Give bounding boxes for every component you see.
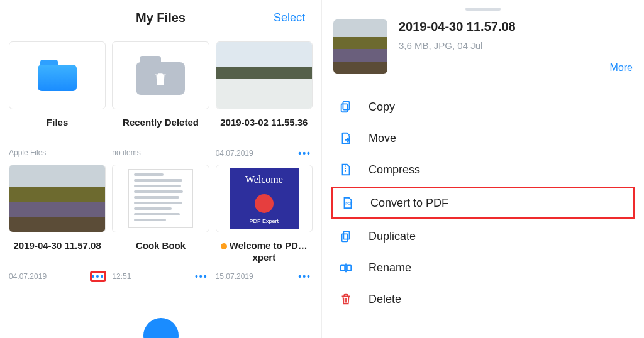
more-button[interactable]: More <box>610 40 633 74</box>
tile-subtitle: no items <box>112 148 140 157</box>
rename-icon <box>337 260 355 275</box>
action-label: Delete <box>369 293 401 306</box>
more-dots-icon[interactable]: ••• <box>297 271 313 281</box>
action-label: Compress <box>369 163 420 177</box>
detail-thumb <box>333 19 387 74</box>
action-label: Rename <box>369 261 411 275</box>
svg-rect-5 <box>341 265 345 270</box>
action-compress[interactable]: Compress <box>333 154 633 185</box>
action-copy[interactable]: Copy <box>333 91 633 123</box>
svg-rect-3 <box>343 232 349 239</box>
add-button[interactable] <box>143 318 179 338</box>
action-label: Convert to PDF <box>370 197 448 210</box>
pdf-icon: PDF <box>339 195 357 210</box>
folder-icon <box>9 41 106 109</box>
detail-title: 2019-04-30 11.57.08 <box>399 19 610 34</box>
svg-text:PDF: PDF <box>345 202 353 205</box>
svg-rect-1 <box>341 104 348 112</box>
tile-label: 2019-04-30 11.57.08 <box>9 240 106 264</box>
delete-icon <box>337 292 355 307</box>
tile-label: Welcome to PD…xpert <box>216 240 313 264</box>
tile-recently-deleted[interactable]: Recently Deleted no items <box>112 41 209 158</box>
tile-subtitle: 12:51 <box>112 272 131 281</box>
more-dots-icon[interactable]: ••• <box>297 148 313 158</box>
tile-subtitle: 04.07.2019 <box>9 272 47 281</box>
detail-header: 2019-04-30 11.57.08 3,6 MB, JPG, 04 Jul … <box>333 19 633 74</box>
tile-photo-2[interactable]: 2019-04-30 11.57.08 04.07.2019 ••• <box>9 165 106 281</box>
copy-icon <box>337 99 355 114</box>
more-dots-icon[interactable]: ••• <box>91 271 106 281</box>
tile-label: 2019-03-02 11.55.36 <box>216 117 313 141</box>
tile-photo-1[interactable]: 2019-03-02 11.55.36 04.07.2019 ••• <box>216 41 313 158</box>
trash-folder-icon <box>112 41 209 109</box>
svg-rect-6 <box>347 265 351 270</box>
action-delete[interactable]: Delete <box>333 283 633 315</box>
tile-files[interactable]: Files Apple Files <box>9 41 106 158</box>
duplicate-icon <box>337 229 355 244</box>
svg-rect-0 <box>343 102 349 110</box>
more-dots-icon[interactable]: ••• <box>194 271 209 281</box>
document-thumb <box>112 165 209 232</box>
file-grid: Files Apple Files Recently Deleted no it… <box>6 35 315 281</box>
tile-welcome-pdf[interactable]: Welcome PDF Expert Welcome to PD…xpert 1… <box>216 165 313 281</box>
tile-subtitle: 15.07.2019 <box>216 272 253 281</box>
tile-label: Files <box>9 117 106 141</box>
pdf-thumb: Welcome PDF Expert <box>216 165 313 232</box>
unread-dot-icon <box>221 243 227 249</box>
tile-label: Recently Deleted <box>112 117 209 141</box>
photo-thumb <box>216 41 313 109</box>
move-icon <box>337 131 355 146</box>
compress-icon <box>337 162 355 177</box>
detail-meta: 3,6 MB, JPG, 04 Jul <box>399 40 610 51</box>
tile-label: Cook Book <box>112 240 209 264</box>
action-rename[interactable]: Rename <box>333 252 633 283</box>
action-move[interactable]: Move <box>333 123 633 154</box>
page-title: My Files <box>136 11 186 25</box>
action-label: Copy <box>369 101 395 114</box>
action-label: Move <box>369 132 396 145</box>
sheet-drag-handle[interactable] <box>465 8 501 11</box>
tile-subtitle: Apple Files <box>9 148 46 157</box>
photo-thumb <box>9 165 106 232</box>
left-header: My Files Select <box>6 0 315 35</box>
action-label: Duplicate <box>369 230 416 243</box>
svg-rect-4 <box>342 234 348 241</box>
action-duplicate[interactable]: Duplicate <box>333 221 633 252</box>
action-convert-pdf[interactable]: PDF Convert to PDF <box>331 187 635 219</box>
tile-subtitle: 04.07.2019 <box>216 149 253 158</box>
tile-cook-book[interactable]: Cook Book 12:51 ••• <box>112 165 209 281</box>
action-list: Copy Move Compress PDF Convert to PDF Du… <box>333 91 633 315</box>
select-button[interactable]: Select <box>274 11 305 25</box>
